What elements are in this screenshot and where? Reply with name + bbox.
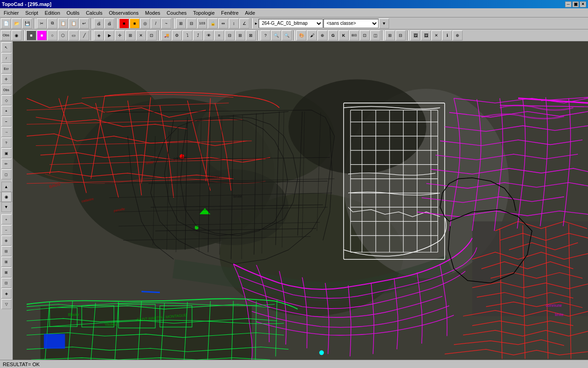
tb2-1[interactable]: Obs	[1, 30, 11, 40]
menu-fenetre[interactable]: Fenêtre	[218, 10, 241, 16]
tb2-close[interactable]: ✕	[431, 30, 441, 40]
tb2-layer2[interactable]: ⊟	[225, 30, 235, 40]
left-snap[interactable]: ◇	[1, 95, 11, 105]
left-t4[interactable]: ⊠	[1, 267, 11, 277]
tb-copy[interactable]: ⧉	[47, 18, 57, 29]
left-obs[interactable]: Obs	[1, 85, 11, 95]
tb-arrows[interactable]: ⇔	[218, 18, 228, 29]
nav-center[interactable]: ◉	[1, 192, 11, 202]
left-pen[interactable]: ✏	[1, 159, 11, 169]
tb-angle[interactable]: ∠	[239, 18, 249, 29]
tb2-zoom1[interactable]: 🔍	[271, 30, 281, 40]
tb-lock[interactable]: 🔒	[208, 18, 218, 29]
class-select[interactable]: <sans classe>	[323, 19, 379, 28]
tb2-grp[interactable]: ⊡	[147, 30, 157, 40]
menu-couches[interactable]: Couches	[164, 10, 189, 16]
tb2-G[interactable]: G	[328, 30, 338, 40]
menu-fichier[interactable]: Fichier	[1, 10, 22, 16]
tb2-colors[interactable]: 🎨	[296, 30, 306, 40]
left-zoom-in[interactable]: +	[1, 106, 11, 116]
menu-edition[interactable]: Edition	[42, 10, 63, 16]
left-move[interactable]: ✛	[1, 74, 11, 84]
tb2-info[interactable]: ℹ	[442, 30, 452, 40]
minimize-button[interactable]: ─	[565, 1, 571, 7]
nav-up[interactable]: ▲	[1, 182, 11, 192]
tb2-circle[interactable]: ○	[47, 30, 57, 40]
tb-grid[interactable]: ⊞	[176, 18, 186, 29]
tb2-move2[interactable]: ✛	[115, 30, 125, 40]
tb2-snap3[interactable]: ◫	[370, 30, 380, 40]
menu-calculs[interactable]: Calculs	[83, 10, 105, 16]
tb2-sq2[interactable]: ■	[37, 30, 47, 40]
tb2-layer3[interactable]: ⊞	[235, 30, 245, 40]
tb-paste2[interactable]: 📋	[68, 18, 79, 29]
tb-line[interactable]: /	[151, 18, 161, 29]
tb-dim[interactable]: ↕	[229, 18, 239, 29]
left-draw[interactable]: /	[1, 53, 11, 63]
tb2-sq1[interactable]: ■	[26, 30, 36, 40]
tb2-extra[interactable]: ⊕	[452, 30, 463, 40]
left-t7[interactable]: ▽	[1, 299, 11, 309]
left-t3[interactable]: ⊞	[1, 257, 11, 267]
tb2-arrow[interactable]: ▶	[104, 30, 114, 40]
tb2-snap4[interactable]: ⊟	[396, 30, 406, 40]
left-pan[interactable]: →	[1, 127, 11, 137]
menu-aide[interactable]: Aide	[242, 10, 258, 16]
tb-color1[interactable]: ■	[119, 18, 129, 29]
left-text[interactable]: Ecr	[1, 63, 11, 74]
tb2-raster2[interactable]: 🖼	[421, 30, 431, 40]
tb2-rect[interactable]: ▭	[68, 30, 79, 40]
tb-undo[interactable]: ↩	[79, 18, 89, 29]
layer-select[interactable]: 264-G_AC_01_bitmap	[259, 19, 323, 28]
left-select[interactable]: ▣	[1, 148, 11, 158]
left-zoom-out[interactable]: −	[1, 116, 11, 126]
tb-print[interactable]: 🖨	[94, 18, 104, 29]
left-zoomout2[interactable]: −	[1, 225, 11, 235]
tb-num[interactable]: 103	[197, 18, 207, 29]
left-pointer[interactable]: ↖	[1, 42, 11, 52]
left-t1[interactable]: ⊕	[1, 236, 11, 246]
map-canvas[interactable]: BAOS cadastre parcelle limite parcelle c…	[13, 41, 588, 360]
tb2-eye[interactable]: 👁	[204, 30, 214, 40]
tb2-layer4[interactable]: ⊠	[246, 30, 256, 40]
left-t5[interactable]: ⊡	[1, 278, 11, 288]
tb-save[interactable]: 💾	[22, 18, 32, 29]
tb2-layers[interactable]: ≡	[214, 30, 224, 40]
tb-open[interactable]: 📂	[11, 18, 22, 29]
tb-class-btn[interactable]: ▼	[379, 18, 389, 29]
tb-snap1[interactable]: ◎	[140, 18, 150, 29]
tb2-snap2[interactable]: ⊡	[360, 30, 370, 40]
tb2-calc[interactable]: ⚙	[172, 30, 182, 40]
nav-down[interactable]: ▼	[1, 202, 11, 212]
tb-curve[interactable]: ~	[161, 18, 171, 29]
left-t6[interactable]: ◈	[1, 288, 11, 299]
menu-observations[interactable]: Observations	[106, 10, 141, 16]
menu-modes[interactable]: Modes	[142, 10, 163, 16]
menu-script[interactable]: Script	[23, 10, 41, 16]
left-erase[interactable]: ◻	[1, 169, 11, 179]
left-help[interactable]: ?	[1, 138, 11, 148]
tb-cut[interactable]: ✂	[37, 18, 47, 29]
tb2-raster[interactable]: 🖼	[410, 30, 420, 40]
tb2-delete[interactable]: ✕	[136, 30, 146, 40]
tb2-node[interactable]: ◈	[94, 30, 104, 40]
tb2-2[interactable]: ◉	[11, 30, 22, 40]
close-button[interactable]: ✕	[580, 1, 586, 7]
menu-outils[interactable]: Outils	[64, 10, 82, 16]
tb2-copy2[interactable]: ⊞	[125, 30, 136, 40]
tb-print2[interactable]: 🖨	[104, 18, 114, 29]
tb2-truck[interactable]: 🚚	[161, 30, 171, 40]
tb2-q1[interactable]: ?	[260, 30, 271, 40]
left-t2[interactable]: ⊟	[1, 246, 11, 256]
restore-button[interactable]: ▣	[572, 1, 579, 7]
tb2-zoom2[interactable]: 🔍	[282, 30, 292, 40]
tb2-symbol[interactable]: ⊕	[317, 30, 328, 40]
tb2-ortho[interactable]: ⊞	[385, 30, 395, 40]
tb2-line2[interactable]: ╱	[79, 30, 89, 40]
map-area[interactable]: BAOS cadastre parcelle limite parcelle c…	[13, 41, 588, 360]
tb-table[interactable]: ⊟	[187, 18, 197, 29]
tb2-K[interactable]: K	[339, 30, 349, 40]
left-zoomin2[interactable]: +	[1, 214, 11, 224]
tb2-import[interactable]: ⤵	[182, 30, 192, 40]
tb-paste[interactable]: 📋	[58, 18, 68, 29]
